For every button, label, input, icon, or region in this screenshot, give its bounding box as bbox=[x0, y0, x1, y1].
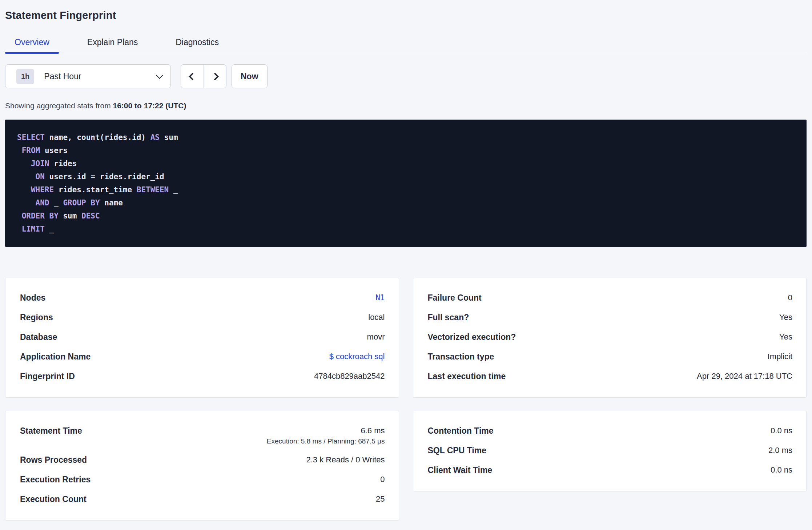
card-row: Statement Time6.6 msExecution: 5.8 ms / … bbox=[20, 421, 385, 450]
card-row: Vectorized execution?Yes bbox=[428, 327, 793, 347]
sql-text: _ bbox=[49, 198, 63, 207]
card-row-label: Execution Retries bbox=[20, 470, 91, 489]
wait-time-card: Contention Time0.0 nsSQL CPU Time2.0 msC… bbox=[413, 411, 807, 491]
chevron-down-icon bbox=[156, 72, 163, 79]
card-row-value-group: N1 bbox=[375, 288, 385, 308]
aggregated-stats-line: Showing aggregated stats from 16:00 to 1… bbox=[5, 101, 807, 110]
stats-summary-range: 16:00 to 17:22 (UTC) bbox=[113, 101, 186, 110]
card-row-value-link[interactable]: $ cockroach sql bbox=[329, 352, 385, 361]
card-row: Execution Retries0 bbox=[20, 470, 385, 489]
card-row-value-group: 2.3 k Reads / 0 Writes bbox=[306, 450, 385, 470]
card-row-value: 0.0 ns bbox=[771, 465, 792, 474]
card-row-value: 0.0 ns bbox=[771, 426, 792, 435]
sql-text bbox=[17, 172, 36, 181]
sql-line: LIMIT _ bbox=[17, 222, 796, 236]
card-row-value-group: Yes bbox=[779, 308, 792, 327]
sql-text: _ bbox=[169, 185, 178, 194]
card-row: Rows Processed2.3 k Reads / 0 Writes bbox=[20, 450, 385, 470]
sql-line: SELECT name, count(rides.id) AS sum bbox=[17, 131, 796, 144]
sql-text: sum bbox=[160, 133, 178, 142]
card-row: Databasemovr bbox=[20, 327, 385, 347]
time-range-nav bbox=[181, 64, 226, 88]
sql-text: sum bbox=[59, 212, 81, 220]
card-row-value: Yes bbox=[779, 332, 792, 341]
sql-line: ORDER BY sum DESC bbox=[17, 209, 796, 222]
card-row-label: Failure Count bbox=[428, 288, 482, 308]
sql-text: users.id = rides.rider_id bbox=[45, 172, 164, 181]
card-row-value: 25 bbox=[376, 494, 385, 503]
time-next-button[interactable] bbox=[204, 65, 226, 88]
card-row: Fingerprint ID4784cb829aab2542 bbox=[20, 366, 385, 386]
card-row-label: Full scan? bbox=[428, 308, 469, 327]
sql-keyword: AND bbox=[36, 198, 49, 207]
tab-diagnostics-label: Diagnostics bbox=[176, 37, 219, 47]
chevron-right-icon bbox=[211, 72, 219, 80]
card-row-label: Regions bbox=[20, 308, 53, 327]
sql-keyword: SELECT bbox=[17, 133, 45, 142]
sql-text: name, count(rides.id) bbox=[45, 133, 150, 142]
card-row-value-group: Implicit bbox=[768, 347, 792, 366]
card-row-label: Statement Time bbox=[20, 421, 82, 441]
card-row-value-group: movr bbox=[367, 327, 385, 347]
sql-text: _ bbox=[45, 225, 54, 233]
card-row: NodesN1 bbox=[20, 288, 385, 308]
time-range-dropdown[interactable]: 1h Past Hour bbox=[5, 64, 171, 88]
card-row: Transaction typeImplicit bbox=[428, 347, 793, 366]
card-row-value: Yes bbox=[779, 313, 792, 322]
card-row-value: Apr 29, 2024 at 17:18 UTC bbox=[697, 372, 792, 381]
page-title: Statement Fingerprint bbox=[5, 9, 807, 21]
card-row: Client Wait Time0.0 ns bbox=[428, 460, 793, 480]
card-row: Contention Time0.0 ns bbox=[428, 421, 793, 441]
card-row-value-group: 2.0 ms bbox=[768, 441, 792, 460]
tab-diagnostics[interactable]: Diagnostics bbox=[166, 37, 228, 53]
sql-line: JOIN rides bbox=[17, 157, 796, 170]
card-row-value: 2.3 k Reads / 0 Writes bbox=[306, 455, 385, 464]
card-row: Regionslocal bbox=[20, 308, 385, 327]
time-prev-button[interactable] bbox=[181, 65, 204, 88]
card-row: Failure Count0 bbox=[428, 288, 793, 308]
now-button-label: Now bbox=[241, 72, 258, 81]
card-row-value-group: 0.0 ns bbox=[771, 460, 792, 480]
details-cards-row: NodesN1RegionslocalDatabasemovrApplicati… bbox=[5, 278, 807, 398]
card-row-label: Execution Count bbox=[20, 489, 87, 509]
sql-line: FROM users bbox=[17, 144, 796, 157]
performance-cards-row: Statement Time6.6 msExecution: 5.8 ms / … bbox=[5, 411, 807, 521]
now-button[interactable]: Now bbox=[232, 64, 268, 88]
card-row-label: Vectorized execution? bbox=[428, 327, 516, 347]
card-row: Last execution timeApr 29, 2024 at 17:18… bbox=[428, 366, 793, 386]
time-range-badge: 1h bbox=[16, 69, 34, 84]
card-row-value-group: local bbox=[368, 308, 385, 327]
card-row-value: 6.6 ms bbox=[361, 426, 385, 435]
card-row-value-group: Apr 29, 2024 at 17:18 UTC bbox=[697, 366, 792, 386]
card-row: Execution Count25 bbox=[20, 489, 385, 509]
sql-keyword: AS bbox=[150, 133, 160, 142]
statement-fingerprint-page: Statement Fingerprint Overview Explain P… bbox=[0, 0, 812, 521]
card-row-value-group: 0 bbox=[788, 288, 792, 308]
sql-statement-box: SELECT name, count(rides.id) AS sum FROM… bbox=[5, 120, 807, 247]
card-row: SQL CPU Time2.0 ms bbox=[428, 441, 793, 460]
card-row-label: Transaction type bbox=[428, 347, 494, 366]
card-row-label: Database bbox=[20, 327, 57, 347]
card-row-value-group: $ cockroach sql bbox=[329, 347, 385, 366]
card-row-label: Rows Processed bbox=[20, 450, 87, 470]
card-row-value: 2.0 ms bbox=[768, 446, 792, 455]
sql-text bbox=[17, 185, 31, 194]
sql-text bbox=[17, 159, 31, 168]
card-row-label: Client Wait Time bbox=[428, 460, 493, 480]
sql-line: AND _ GROUP BY name bbox=[17, 196, 796, 209]
execution-attributes-card: Failure Count0Full scan?YesVectorized ex… bbox=[413, 278, 807, 398]
sql-line: ON users.id = rides.rider_id bbox=[17, 170, 796, 183]
sql-keyword: BETWEEN bbox=[137, 185, 169, 194]
tab-explain-plans[interactable]: Explain Plans bbox=[78, 37, 147, 53]
sql-keyword: JOIN bbox=[31, 159, 49, 168]
sql-text: name bbox=[100, 198, 123, 207]
statement-info-card: NodesN1RegionslocalDatabasemovrApplicati… bbox=[5, 278, 399, 398]
stats-summary-prefix: Showing aggregated stats from bbox=[5, 101, 113, 110]
sql-keyword: GROUP BY bbox=[63, 198, 100, 207]
tab-overview[interactable]: Overview bbox=[5, 37, 59, 53]
sql-text bbox=[17, 198, 36, 207]
card-row-label: Contention Time bbox=[428, 421, 494, 441]
card-row: Application Name$ cockroach sql bbox=[20, 347, 385, 366]
card-row: Full scan?Yes bbox=[428, 308, 793, 327]
card-row-value-link[interactable]: N1 bbox=[375, 293, 385, 302]
